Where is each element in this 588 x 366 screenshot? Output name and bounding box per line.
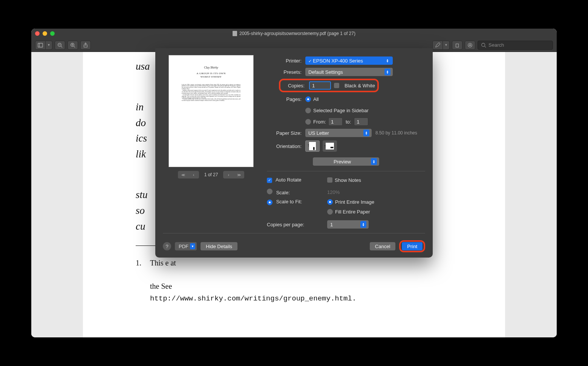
window-title: 2005-shirky-agroupisitsownworstenemy.pdf… bbox=[31, 31, 557, 36]
minimize-window-button[interactable] bbox=[43, 31, 47, 36]
bw-label: Black & White bbox=[345, 83, 375, 88]
rotate-button[interactable] bbox=[452, 41, 462, 50]
svg-line-6 bbox=[74, 46, 75, 47]
fill-paper-radio[interactable] bbox=[327, 209, 333, 215]
help-button[interactable]: ? bbox=[163, 242, 171, 250]
svg-point-13 bbox=[482, 43, 485, 46]
divider bbox=[163, 233, 425, 233]
share-icon bbox=[83, 43, 88, 48]
presets-label: Presets: bbox=[267, 69, 305, 75]
search-input[interactable]: Search bbox=[478, 41, 553, 50]
print-dialog: Clay Shirky A GROUP IS ITS OWNWORST ENEM… bbox=[155, 48, 433, 258]
printer-label: Printer: bbox=[267, 58, 305, 64]
page-indicator: 1 of 27 bbox=[202, 172, 220, 177]
shownotes-checkbox[interactable] bbox=[327, 177, 332, 183]
zoom-in-icon bbox=[70, 43, 75, 48]
zoom-out-icon bbox=[57, 43, 63, 48]
prev-page-button[interactable]: ‹ bbox=[188, 171, 199, 178]
papersize-label: Paper Size: bbox=[267, 130, 305, 136]
updown-icon: ▲▼ bbox=[384, 57, 390, 64]
chevron-down-icon: ▼ bbox=[47, 43, 51, 47]
sidebar-icon bbox=[38, 43, 43, 48]
print-entire-label: Print Entire Image bbox=[335, 199, 374, 205]
presets-select[interactable]: Default Settings ▲▼ bbox=[305, 68, 393, 76]
close-window-button[interactable] bbox=[35, 31, 40, 36]
portrait-icon: ↑▮ bbox=[309, 142, 316, 150]
zoom-window-button[interactable] bbox=[50, 31, 55, 36]
updown-icon: ▲▼ bbox=[363, 130, 369, 136]
search-placeholder: Search bbox=[488, 42, 504, 48]
print-button[interactable]: Print bbox=[402, 242, 423, 250]
pdf-menu-button[interactable]: PDF ▼ bbox=[175, 242, 197, 250]
zoom-out-button[interactable] bbox=[55, 41, 65, 50]
search-icon bbox=[481, 43, 486, 48]
pages-to-input[interactable]: 1 bbox=[354, 117, 368, 126]
shownotes-label: Show Notes bbox=[335, 177, 361, 183]
orientation-landscape-button[interactable]: ↑▮ bbox=[323, 140, 337, 152]
preview-title: A GROUP IS ITS OWNWORST ENEMY bbox=[196, 72, 226, 79]
updown-icon: ▲▼ bbox=[360, 221, 366, 228]
last-page-button[interactable]: ≫ bbox=[234, 171, 244, 178]
copies-per-page-label: Copies per page: bbox=[267, 222, 327, 227]
paper-dimensions: 8.50 by 11.00 inches bbox=[375, 130, 417, 136]
svg-rect-11 bbox=[456, 44, 459, 47]
print-options: Printer: EPSON XP-400 Series ▲▼ Presets:… bbox=[267, 55, 425, 229]
fill-paper-label: Fill Entire Paper bbox=[335, 209, 370, 215]
zoom-in-button[interactable] bbox=[67, 41, 78, 50]
updown-icon: ▲▼ bbox=[384, 69, 390, 75]
pages-selected-label: Selected Page in Sidebar bbox=[313, 108, 369, 113]
window-controls bbox=[35, 31, 55, 36]
footnote-text: This e at the See http://www.sh bbox=[150, 257, 452, 304]
copies-input[interactable]: 1 bbox=[309, 81, 331, 90]
pages-from-radio[interactable] bbox=[305, 119, 311, 125]
pages-all-label: All bbox=[313, 96, 318, 102]
chevron-down-icon: ▼ bbox=[445, 43, 448, 47]
footnote-url: http://www.shirky.com/writings/group_ene… bbox=[150, 294, 356, 303]
copies-label: Copies: bbox=[283, 83, 306, 88]
hide-details-button[interactable]: Hide Details bbox=[201, 242, 237, 250]
titlebar: 2005-shirky-agroupisitsownworstenemy.pdf… bbox=[31, 29, 557, 38]
pages-selected-radio[interactable] bbox=[305, 108, 311, 113]
updown-icon: ▲▼ bbox=[371, 158, 377, 165]
pages-all-radio[interactable] bbox=[305, 96, 311, 102]
footnote: 1. This e at the See bbox=[136, 257, 452, 304]
sidebar-toggle-group: ▼ bbox=[35, 41, 52, 50]
section-select[interactable]: Preview ▲▼ bbox=[313, 157, 379, 166]
pages-from-input[interactable]: 1 bbox=[328, 117, 343, 126]
pages-from-label: From: bbox=[313, 119, 326, 125]
svg-rect-0 bbox=[38, 43, 43, 47]
sidebar-menu-button[interactable]: ▼ bbox=[46, 41, 52, 50]
print-preview-page: Clay Shirky A GROUP IS ITS OWNWORST ENEM… bbox=[168, 55, 254, 167]
preview-pagination: ≪ ‹ 1 of 27 › ≫ bbox=[178, 171, 245, 178]
markup-icon bbox=[467, 43, 473, 48]
cancel-button[interactable]: Cancel bbox=[370, 242, 395, 250]
pencil-icon bbox=[435, 43, 440, 48]
sidebar-toggle-button[interactable] bbox=[35, 41, 46, 50]
orientation-portrait-button[interactable]: ↑▮ bbox=[305, 140, 320, 152]
printer-value: EPSON XP-400 Series bbox=[308, 58, 363, 64]
pages-to-label: to: bbox=[343, 119, 354, 125]
scalefit-radio[interactable] bbox=[267, 200, 273, 205]
papersize-value: US Letter bbox=[308, 130, 329, 136]
print-entire-radio[interactable] bbox=[327, 199, 333, 205]
share-button[interactable] bbox=[80, 41, 91, 50]
printer-select[interactable]: EPSON XP-400 Series ▲▼ bbox=[305, 56, 393, 65]
highlight-menu-button[interactable]: ▼ bbox=[443, 41, 450, 50]
autorotate-checkbox[interactable]: ✓ bbox=[267, 178, 272, 183]
scale-value: 120% bbox=[327, 189, 340, 195]
pages-label: Pages: bbox=[267, 96, 305, 102]
markup-button[interactable] bbox=[465, 41, 475, 50]
preview-body: In the late 1990s, software went through… bbox=[182, 84, 240, 102]
print-preview-column: Clay Shirky A GROUP IS ITS OWNWORST ENEM… bbox=[163, 55, 259, 229]
highlight-group: ▼ bbox=[432, 41, 450, 50]
copies-per-page-select[interactable]: 1 ▲▼ bbox=[327, 220, 369, 229]
first-page-button[interactable]: ≪ bbox=[178, 171, 188, 178]
papersize-select[interactable]: US Letter ▲▼ bbox=[305, 129, 372, 137]
app-window: 2005-shirky-agroupisitsownworstenemy.pdf… bbox=[31, 29, 557, 337]
copies-highlight: Copies: 1 Black & White bbox=[279, 79, 379, 92]
scale-radio[interactable] bbox=[267, 189, 273, 194]
next-page-button[interactable]: › bbox=[223, 171, 234, 178]
window-title-text: 2005-shirky-agroupisitsownworstenemy.pdf… bbox=[239, 31, 355, 36]
highlight-button[interactable] bbox=[432, 41, 443, 50]
bw-checkbox[interactable] bbox=[334, 83, 339, 88]
